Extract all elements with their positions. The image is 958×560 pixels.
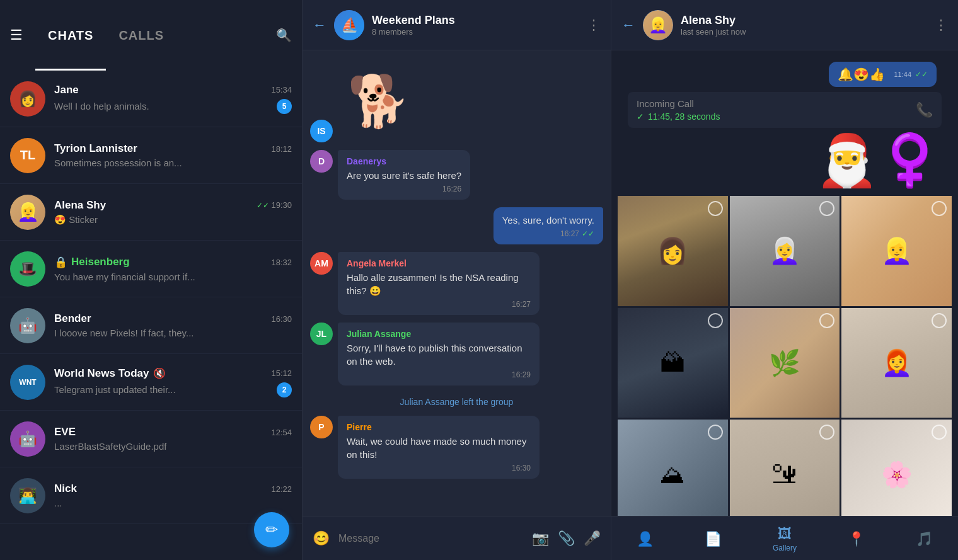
avatar-heisenberg: 🎩: [10, 251, 45, 287]
right-back-button[interactable]: ←: [621, 17, 635, 33]
gallery-check-7[interactable]: [708, 425, 723, 440]
nav-audio[interactable]: 🎵: [916, 531, 933, 547]
chat-time-nick: 12:22: [271, 484, 292, 494]
group-avatar: ⛵: [334, 10, 364, 40]
bubble-julian: Julian Assange Sorry, I'll have to publi…: [338, 323, 540, 386]
chat-item-eve[interactable]: 🤖 EVE 12:54 LaserBlastSafetyGuide.pdf: [0, 411, 302, 467]
gallery-check-6[interactable]: [932, 313, 947, 328]
chat-list: 👩 Jane 15:34 Well I do help animals. 5 T…: [0, 71, 302, 560]
left-panel: ☰ CHATS CALLS 🔍 👩 Jane 15:34 Well I d: [0, 0, 303, 560]
call-phone-icon: 📞: [916, 102, 933, 118]
gallery-item-7[interactable]: ⛰: [618, 420, 728, 516]
chat-item-nick[interactable]: 👨‍💻 Nick 12:22 ...: [0, 467, 302, 524]
message-pierre: P Pierre Wait, we could have made so muc…: [310, 416, 603, 479]
chat-item-heisenberg[interactable]: 🎩 🔒 Heisenberg 18:32 You have my financi…: [0, 241, 302, 297]
messages-area: IS 🐕 D Daenerys Are you sure it's safe h…: [303, 50, 611, 516]
avatar-tyrion: TL: [10, 138, 45, 173]
message-julian: JL Julian Assange Sorry, I'll have to pu…: [310, 323, 603, 386]
sender-avatar-pierre: P: [310, 416, 333, 438]
avatar-bender: 🤖: [10, 308, 45, 343]
chat-name-alena: Alena Shy: [54, 199, 106, 212]
tab-calls[interactable]: CALLS: [106, 0, 176, 71]
message-angela: AM Angela Merkel Hallo alle zusammen! Is…: [310, 252, 603, 315]
gallery-icon: 🖼: [778, 526, 792, 542]
avatar-eve: 🤖: [10, 421, 45, 457]
chat-time-worldnews: 15:12: [271, 369, 292, 378]
gallery-item-5[interactable]: 🌿: [730, 308, 840, 418]
msg-time-julian: 16:29: [347, 370, 531, 379]
chat-preview-tyrion: Sometimes possession is an...: [54, 157, 292, 168]
chat-title: Weekend Plans: [372, 14, 587, 27]
chat-item-bender[interactable]: 🤖 Bender 16:30 I looove new Pixels! If f…: [0, 297, 302, 354]
chat-item-alena[interactable]: 👱‍♀️ Alena Shy ✓✓ 19:30 😍 Sticker: [0, 184, 302, 241]
nav-location[interactable]: 📍: [848, 531, 865, 547]
chat-time-jane: 15:34: [271, 85, 292, 94]
bubble-daenerys: Daenerys Are you sure it's safe here? 16…: [338, 150, 470, 200]
gallery-item-2[interactable]: 👩‍🦳: [730, 196, 840, 306]
sticker-girl: 🎅‍♀️: [816, 135, 942, 186]
avatar-worldnews: WNT: [10, 365, 45, 400]
middle-panel: ← ⛵ Weekend Plans 8 members ⋮ IS 🐕 D Dae…: [303, 0, 611, 560]
gallery-check-5[interactable]: [819, 313, 834, 328]
chat-item-tyrion[interactable]: TL Tyrion Lannister 18:12 Sometimes poss…: [0, 127, 302, 184]
message-input[interactable]: [338, 533, 523, 544]
sender-avatar-angela: AM: [310, 252, 333, 275]
chat-time-tyrion: 18:12: [271, 144, 292, 154]
avatar-jane: 👩: [10, 81, 45, 117]
right-more-options[interactable]: ⋮: [934, 17, 948, 33]
sender-avatar-is: IS: [310, 120, 333, 142]
search-icon[interactable]: 🔍: [276, 28, 292, 43]
avatar-nick: 👨‍💻: [10, 478, 45, 513]
chat-time-bender: 16:30: [271, 314, 292, 324]
chat-name-worldnews: World News Today 🔇: [54, 367, 166, 380]
gallery-check-1[interactable]: [708, 201, 723, 216]
gallery-check-3[interactable]: [932, 201, 947, 216]
back-button[interactable]: ←: [313, 17, 326, 33]
location-icon: 📍: [848, 531, 865, 547]
audio-icon: 🎵: [916, 531, 933, 547]
chat-preview-heisenberg: You have my financial support if...: [54, 271, 292, 282]
gallery-item-9[interactable]: 🌸: [841, 420, 952, 516]
chat-preview-jane: Well I do help animals.: [54, 101, 149, 111]
sender-avatar-julian: JL: [310, 323, 333, 345]
camera-icon[interactable]: 📷: [532, 530, 549, 547]
call-detail: ✓ 11:45, 28 seconds: [637, 111, 911, 122]
attach-icon[interactable]: 📎: [558, 530, 575, 547]
gallery-item-8[interactable]: 🏜: [730, 420, 840, 516]
more-options-button[interactable]: ⋮: [587, 17, 601, 33]
files-icon: 📄: [705, 531, 722, 547]
sticker-right-panel: 🎅‍♀️: [618, 130, 952, 191]
nav-gallery[interactable]: 🖼 Gallery: [773, 526, 797, 552]
nav-files[interactable]: 📄: [705, 531, 722, 547]
chat-item-jane[interactable]: 👩 Jane 15:34 Well I do help animals. 5: [0, 71, 302, 127]
msg-time-pierre: 16:30: [347, 464, 531, 472]
chat-header: ← ⛵ Weekend Plans 8 members ⋮: [303, 0, 611, 50]
msg-time-daenerys: 16:26: [347, 185, 461, 193]
gallery-item-1[interactable]: 👩: [618, 196, 728, 306]
chat-item-worldnews[interactable]: WNT World News Today 🔇 15:12 Telegram ju…: [0, 354, 302, 411]
right-header-avatar: 👱‍♀️: [643, 10, 673, 40]
chat-name-heisenberg: 🔒 Heisenberg: [54, 256, 130, 269]
system-message-julian-left: Julian Assange left the group: [310, 393, 603, 411]
gallery-item-4[interactable]: 🏔: [618, 308, 728, 418]
compose-fab[interactable]: ✏: [254, 512, 289, 547]
tab-chats[interactable]: CHATS: [35, 0, 106, 71]
mic-icon[interactable]: 🎤: [584, 530, 601, 547]
chat-subtitle: 8 members: [372, 27, 587, 37]
right-content: 🔔😍👍 11:44 ✓✓ Incoming Call ✓ 11:45, 28 s…: [611, 50, 958, 516]
left-header: ☰ CHATS CALLS 🔍: [0, 0, 302, 71]
call-title: Incoming Call: [637, 98, 911, 109]
emoji-icon[interactable]: 😊: [313, 530, 330, 547]
nav-profile[interactable]: 👤: [637, 531, 654, 547]
chat-input-area: 😊 📷 📎 🎤: [303, 516, 611, 560]
gallery-check-4[interactable]: [708, 313, 723, 328]
chat-name-jane: Jane: [54, 84, 79, 96]
gallery-item-3[interactable]: 👱‍♀️: [841, 196, 952, 306]
chat-time-alena: ✓✓ 19:30: [257, 200, 292, 210]
gallery-item-6[interactable]: 👩‍🦰: [841, 308, 952, 418]
call-notification: Incoming Call ✓ 11:45, 28 seconds 📞: [628, 92, 942, 128]
chat-preview-alena: 😍 Sticker: [54, 214, 292, 226]
hamburger-icon[interactable]: ☰: [10, 27, 23, 43]
bubble-outgoing-1: Yes, sure, don't worry. 16:27 ✓✓: [493, 207, 603, 244]
message-daenerys: D Daenerys Are you sure it's safe here? …: [310, 150, 603, 200]
